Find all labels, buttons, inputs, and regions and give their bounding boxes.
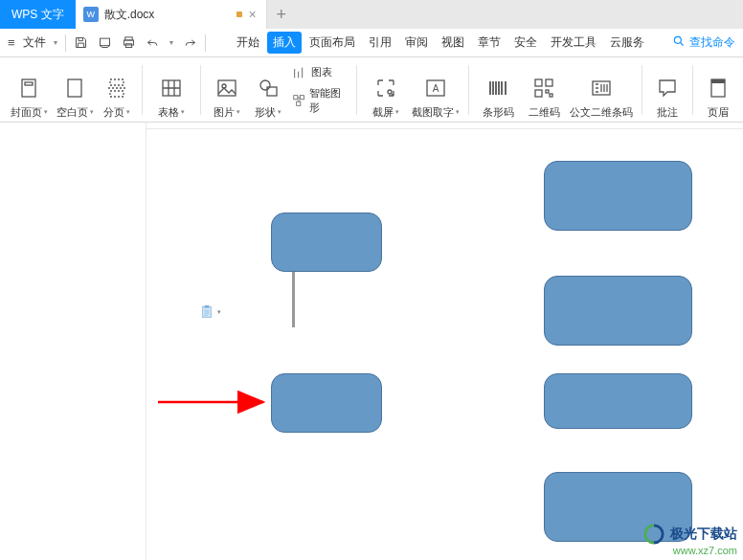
blank-page-icon [63,75,86,101]
rounded-rect-shape[interactable] [271,373,382,433]
doc-2d-barcode-label: 公文二维条码 [570,105,633,120]
tab-view[interactable]: 视图 [436,32,470,54]
doc-2d-barcode-icon [590,75,613,101]
page-edge [146,128,743,129]
paste-options-button[interactable]: ▾ [200,304,221,320]
document-tab[interactable]: W 散文.docx × [76,0,267,29]
document-area[interactable]: ▾ [146,123,743,560]
chart-label: 图表 [311,65,332,79]
table-button[interactable]: 表格▾ [148,60,194,120]
svg-rect-27 [202,306,211,317]
svg-rect-15 [297,101,301,105]
rounded-rect-shape[interactable] [544,373,692,429]
app-name: WPS 文字 [0,0,76,29]
shapes-icon [257,75,280,101]
text-cursor [292,272,295,327]
close-tab-icon[interactable]: × [248,7,256,22]
chevron-down-icon: ▾ [278,108,281,116]
comment-button[interactable]: 批注 [648,60,687,120]
svg-rect-28 [205,305,210,307]
chevron-down-icon[interactable]: ▾ [169,38,173,47]
tab-pagelayout[interactable]: 页面布局 [304,32,361,54]
page-break-label: 分页 [103,105,124,120]
tab-references[interactable]: 引用 [363,32,397,54]
tab-section[interactable]: 章节 [472,32,507,54]
svg-rect-22 [546,90,549,93]
chevron-down-icon: ▾ [456,108,460,116]
svg-rect-0 [100,38,109,46]
chevron-down-icon: ▾ [90,108,94,116]
page-break-icon [105,75,128,101]
svg-rect-21 [535,90,542,97]
picture-label: 图片 [214,105,235,120]
comment-icon [656,75,679,101]
separator [356,65,357,115]
file-menu-label: 文件 [23,34,46,51]
rounded-rect-shape[interactable] [544,276,692,346]
table-label: 表格 [158,105,179,120]
new-tab-button[interactable]: + [267,0,296,29]
chart-icon [292,65,307,80]
svg-rect-6 [25,82,33,85]
rounded-rect-shape[interactable] [544,161,692,231]
tab-security[interactable]: 安全 [508,32,543,54]
command-search[interactable]: 查找命令 [672,34,735,51]
menu-icon: ≡ [8,35,15,50]
print-preview-icon[interactable] [98,35,112,50]
shapes-button[interactable]: 形状▾ [248,60,289,120]
ribbon: 封面页▾ 空白页▾ 分页▾ 表格▾ 图片▾ 形状▾ 图表 [0,57,743,123]
save-icon[interactable] [74,35,88,50]
svg-rect-19 [535,79,542,86]
page-break-button[interactable]: 分页▾ [98,60,136,120]
watermark-url: www.xz7.com [643,545,737,556]
smartart-button[interactable]: 智能图形 [292,86,347,115]
smartart-label: 智能图形 [309,86,347,115]
rounded-rect-shape[interactable] [271,213,382,272]
tab-review[interactable]: 审阅 [399,32,434,54]
doc-2d-barcode-button[interactable]: 公文二维条码 [567,60,636,120]
svg-point-4 [674,36,681,43]
blank-page-button[interactable]: 空白页▾ [52,60,98,120]
ocr-label: 截图取字 [412,105,454,120]
screenshot-icon [374,75,397,101]
svg-rect-23 [550,94,552,97]
header-label: 页眉 [708,105,729,120]
barcode-button[interactable]: 条形码 [475,60,521,120]
barcode-label: 条形码 [483,105,514,120]
undo-icon[interactable] [146,35,160,50]
svg-point-16 [388,90,392,94]
svg-rect-7 [68,79,81,97]
tab-cloud[interactable]: 云服务 [604,32,650,54]
qrcode-label: 二维码 [529,105,560,120]
file-menu[interactable]: ≡ 文件 ▾ [8,34,57,51]
separator [142,65,143,115]
chart-button[interactable]: 图表 [292,65,347,80]
clipboard-icon [200,304,214,320]
chevron-down-icon: ▾ [236,108,240,116]
tab-insert[interactable]: 插入 [267,32,302,54]
svg-rect-26 [711,79,725,83]
header-button[interactable]: 页眉 [699,60,737,120]
qrcode-button[interactable]: 二维码 [521,60,567,120]
ocr-button[interactable]: A 截图取字▾ [409,60,462,120]
watermark-logo-icon [643,524,664,545]
picture-button[interactable]: 图片▾ [207,60,248,120]
cover-page-button[interactable]: 封面页▾ [6,60,52,120]
shapes-label: 形状 [255,105,276,120]
menu-bar: ≡ 文件 ▾ ▾ 开始 插入 页面布局 引用 审阅 视图 章节 安全 开发工具 … [0,29,743,57]
ocr-icon: A [424,75,447,101]
cover-page-label: 封面页 [11,105,42,120]
separator [468,65,469,115]
tab-devtools[interactable]: 开发工具 [545,32,602,54]
svg-point-11 [260,80,270,90]
title-bar: WPS 文字 W 散文.docx × + [0,0,743,29]
window-mode-icon[interactable] [236,11,242,17]
svg-rect-9 [218,80,236,96]
screenshot-button[interactable]: 截屏▾ [363,60,409,120]
watermark-title: 极光下载站 [670,526,737,541]
qrcode-icon [532,75,555,101]
redo-icon[interactable] [183,35,197,50]
print-icon[interactable] [122,35,136,50]
tab-start[interactable]: 开始 [231,32,265,54]
svg-rect-14 [301,95,304,99]
